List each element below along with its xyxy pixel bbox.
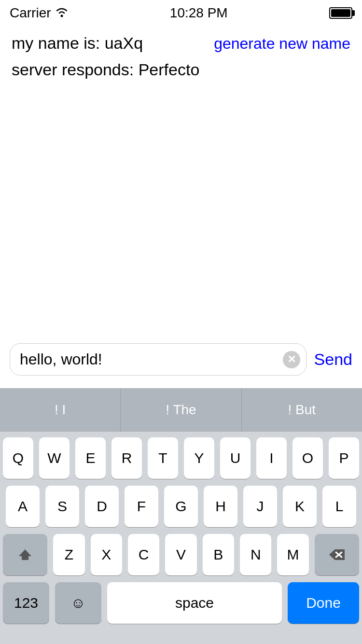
key-x[interactable]: X (91, 534, 122, 575)
shift-key[interactable] (3, 534, 47, 575)
text-input-wrapper: ✕ (10, 343, 306, 376)
key-e[interactable]: E (75, 437, 106, 479)
suggestion-3[interactable]: ! But (242, 388, 362, 431)
key-l[interactable]: L (322, 486, 356, 527)
my-name-label: my name is: uaXq (12, 34, 143, 53)
time-display: 10:28 PM (170, 5, 228, 21)
key-row-1: Q W E R T Y U I O P (3, 437, 359, 479)
key-row-3: Z X C V B N M (3, 534, 359, 575)
key-c[interactable]: C (128, 534, 159, 575)
key-m[interactable]: M (277, 534, 308, 575)
done-key[interactable]: Done (288, 582, 359, 624)
key-v[interactable]: V (165, 534, 196, 575)
key-o[interactable]: O (292, 437, 323, 479)
key-r[interactable]: R (111, 437, 142, 479)
svg-marker-1 (19, 549, 31, 560)
keys-area: Q W E R T Y U I O P A S D F G H J K L (0, 432, 362, 627)
carrier-label: Carrier (10, 5, 51, 21)
clear-input-button[interactable]: ✕ (283, 351, 300, 368)
key-u[interactable]: U (220, 437, 251, 479)
server-responds-label: server responds: Perfecto (12, 60, 350, 79)
key-row-2: A S D F G H J K L (3, 486, 359, 527)
key-row-bottom: 123 ☺ space Done (3, 582, 359, 624)
delete-key[interactable] (315, 534, 359, 575)
status-bar: Carrier 10:28 PM (0, 0, 362, 24)
suggestions-bar: ! I ! The ! But (0, 388, 362, 432)
key-n[interactable]: N (240, 534, 271, 575)
key-f[interactable]: F (125, 486, 158, 527)
key-q[interactable]: Q (3, 437, 33, 479)
key-j[interactable]: J (243, 486, 277, 527)
message-input[interactable] (20, 350, 285, 368)
svg-point-0 (60, 15, 63, 17)
emoji-key[interactable]: ☺ (55, 582, 101, 624)
battery-icon (329, 7, 352, 19)
space-key[interactable]: space (107, 582, 282, 624)
send-button[interactable]: Send (314, 350, 352, 369)
main-content: my name is: uaXq generate new name serve… (0, 24, 362, 89)
suggestion-1[interactable]: ! I (0, 388, 121, 431)
wifi-icon (55, 5, 69, 21)
suggestion-2[interactable]: ! The (121, 388, 241, 431)
keyboard: ! I ! The ! But Q W E R T Y U I O P A S … (0, 388, 362, 644)
name-row: my name is: uaXq generate new name (12, 34, 350, 53)
generate-new-name-button[interactable]: generate new name (214, 34, 350, 53)
numbers-key[interactable]: 123 (3, 582, 49, 624)
key-b[interactable]: B (203, 534, 234, 575)
key-i[interactable]: I (256, 437, 287, 479)
key-p[interactable]: P (329, 437, 359, 479)
key-z[interactable]: Z (53, 534, 84, 575)
carrier-info: Carrier (10, 5, 69, 21)
key-w[interactable]: W (39, 437, 70, 479)
key-y[interactable]: Y (184, 437, 214, 479)
key-s[interactable]: S (45, 486, 79, 527)
key-a[interactable]: A (6, 486, 40, 527)
key-g[interactable]: G (164, 486, 198, 527)
key-d[interactable]: D (85, 486, 119, 527)
input-area: ✕ Send (0, 336, 362, 383)
key-t[interactable]: T (148, 437, 178, 479)
key-h[interactable]: H (204, 486, 237, 527)
key-k[interactable]: K (283, 486, 317, 527)
